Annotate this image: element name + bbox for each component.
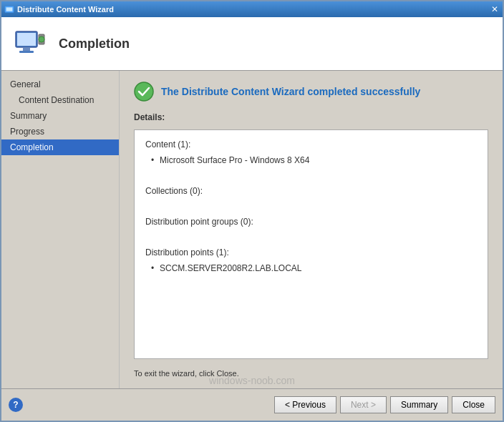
sidebar: General Content Destination Summary Prog… bbox=[1, 71, 120, 388]
collections-line: Collections (0): bbox=[145, 184, 477, 200]
wizard-header-icon bbox=[12, 26, 48, 62]
exit-text: To exit the wizard, click Close. bbox=[134, 369, 488, 378]
title-bar: Distribute Content Wizard ✕ bbox=[1, 1, 503, 17]
sidebar-item-summary[interactable]: Summary bbox=[1, 108, 119, 124]
title-bar-left: Distribute Content Wizard bbox=[4, 4, 114, 14]
success-message: The Distribute Content Wizard completed … bbox=[161, 86, 420, 97]
content-line: Content (1): bbox=[145, 137, 477, 153]
wizard-window: Distribute Content Wizard ✕ Completion G… bbox=[0, 0, 504, 422]
footer: ? < Previous Next > Summary Close bbox=[1, 388, 503, 421]
sidebar-item-completion[interactable]: Completion bbox=[1, 139, 119, 155]
svg-rect-4 bbox=[23, 47, 30, 51]
next-button[interactable]: Next > bbox=[340, 396, 387, 413]
details-box: Content (1): Microsoft Surface Pro - Win… bbox=[134, 129, 488, 359]
success-header: The Distribute Content Wizard completed … bbox=[134, 82, 488, 102]
svg-rect-1 bbox=[6, 7, 13, 11]
dp-line: Distribution points (1): bbox=[145, 245, 477, 261]
summary-button[interactable]: Summary bbox=[390, 396, 448, 413]
content-item: Microsoft Surface Pro - Windows 8 X64 bbox=[145, 153, 477, 169]
window-title: Distribute Content Wizard bbox=[17, 5, 114, 14]
sidebar-item-general[interactable]: General bbox=[1, 77, 119, 92]
main-content: The Distribute Content Wizard completed … bbox=[120, 71, 503, 388]
body: General Content Destination Summary Prog… bbox=[1, 71, 503, 388]
close-button[interactable]: Close bbox=[452, 396, 495, 413]
footer-left: ? bbox=[9, 398, 23, 412]
svg-point-8 bbox=[135, 82, 153, 101]
svg-rect-3 bbox=[17, 33, 36, 46]
sidebar-item-progress[interactable]: Progress bbox=[1, 124, 119, 139]
svg-rect-5 bbox=[19, 51, 34, 53]
help-button[interactable]: ? bbox=[9, 398, 23, 412]
success-icon bbox=[134, 82, 154, 102]
svg-point-7 bbox=[39, 36, 44, 42]
header: Completion bbox=[1, 17, 503, 71]
header-title: Completion bbox=[59, 36, 130, 51]
footer-buttons: < Previous Next > Summary Close bbox=[274, 396, 495, 413]
previous-button[interactable]: < Previous bbox=[274, 396, 336, 413]
details-label: Details: bbox=[134, 112, 488, 122]
dp-groups-line: Distribution point groups (0): bbox=[145, 215, 477, 230]
dp-item: SCCM.SERVER2008R2.LAB.LOCAL bbox=[145, 261, 477, 277]
sidebar-item-content-destination[interactable]: Content Destination bbox=[1, 92, 119, 108]
close-window-button[interactable]: ✕ bbox=[490, 5, 500, 14]
window-icon bbox=[4, 4, 14, 14]
